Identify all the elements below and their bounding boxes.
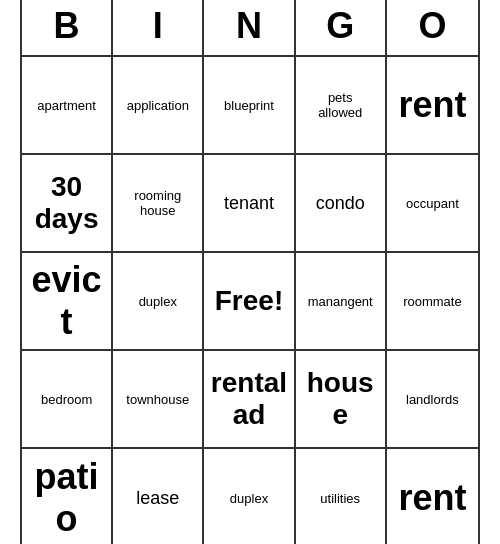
cell-text: occupant <box>406 196 459 211</box>
cell-text: rooming house <box>134 188 181 218</box>
cell-text: 30 days <box>35 171 99 235</box>
bingo-cell: rent <box>387 449 478 544</box>
cell-text: pets allowed <box>318 90 362 120</box>
cell-text: tenant <box>224 193 274 214</box>
bingo-cell: lease <box>113 449 204 544</box>
cell-text: duplex <box>230 491 268 506</box>
bingo-cell: duplex <box>113 253 204 351</box>
bingo-cell: apartment <box>22 57 113 155</box>
cell-text: blueprint <box>224 98 274 113</box>
cell-text: application <box>127 98 189 113</box>
header-letter: O <box>387 0 478 55</box>
cell-text: evict <box>26 259 107 343</box>
cell-text: manangent <box>308 294 373 309</box>
cell-text: utilities <box>320 491 360 506</box>
cell-text: patio <box>26 456 107 540</box>
cell-text: landlords <box>406 392 459 407</box>
bingo-cell: Free! <box>204 253 295 351</box>
bingo-cell: 30 days <box>22 155 113 253</box>
bingo-cell: landlords <box>387 351 478 449</box>
cell-text: rent <box>398 477 466 519</box>
header-letter: G <box>296 0 387 55</box>
header-letter: I <box>113 0 204 55</box>
bingo-cell: manangent <box>296 253 387 351</box>
cell-text: condo <box>316 193 365 214</box>
cell-text: bedroom <box>41 392 92 407</box>
bingo-cell: tenant <box>204 155 295 253</box>
bingo-cell: condo <box>296 155 387 253</box>
bingo-cell: pets allowed <box>296 57 387 155</box>
cell-text: duplex <box>139 294 177 309</box>
bingo-header: BINGO <box>22 0 478 57</box>
bingo-cell: duplex <box>204 449 295 544</box>
bingo-cell: townhouse <box>113 351 204 449</box>
cell-text: house <box>300 367 381 431</box>
bingo-cell: evict <box>22 253 113 351</box>
bingo-card: BINGO apartmentapplicationblueprintpets … <box>20 0 480 544</box>
bingo-cell: rental ad <box>204 351 295 449</box>
bingo-cell: patio <box>22 449 113 544</box>
bingo-cell: rent <box>387 57 478 155</box>
cell-text: rental ad <box>211 367 287 431</box>
bingo-cell: utilities <box>296 449 387 544</box>
cell-text: roommate <box>403 294 462 309</box>
bingo-cell: blueprint <box>204 57 295 155</box>
bingo-cell: bedroom <box>22 351 113 449</box>
cell-text: lease <box>136 488 179 509</box>
cell-text: townhouse <box>126 392 189 407</box>
bingo-cell: application <box>113 57 204 155</box>
bingo-cell: occupant <box>387 155 478 253</box>
bingo-cell: roommate <box>387 253 478 351</box>
cell-text: rent <box>398 84 466 126</box>
bingo-grid: apartmentapplicationblueprintpets allowe… <box>22 57 478 544</box>
cell-text: apartment <box>37 98 96 113</box>
header-letter: N <box>204 0 295 55</box>
bingo-cell: house <box>296 351 387 449</box>
header-letter: B <box>22 0 113 55</box>
cell-text: Free! <box>215 285 283 317</box>
bingo-cell: rooming house <box>113 155 204 253</box>
